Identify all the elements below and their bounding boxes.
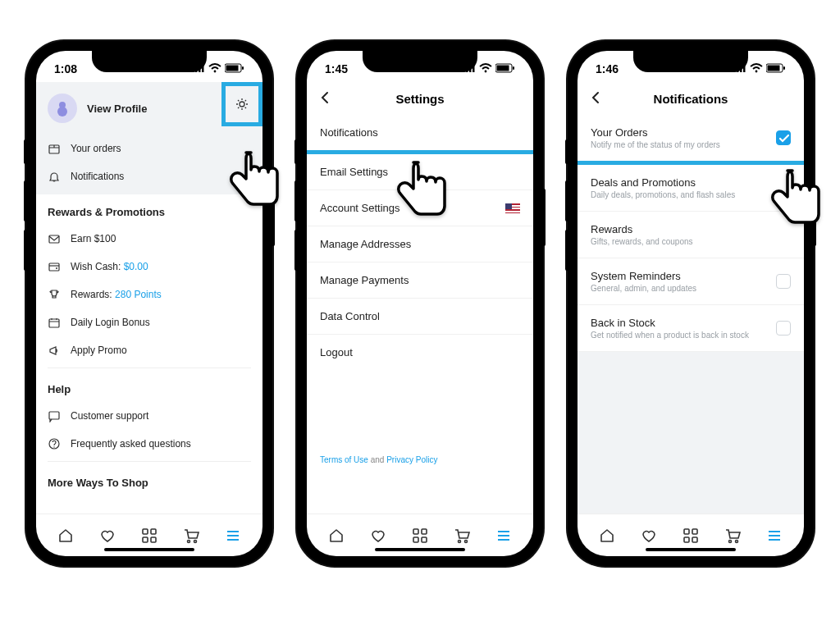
tab-categories[interactable]: [139, 526, 159, 546]
wifi-icon: [208, 62, 221, 75]
trophy-icon: [48, 288, 61, 301]
footer-links: Terms of Use and Privacy Policy: [307, 449, 533, 514]
row-label: Manage Addresses: [320, 238, 411, 250]
notch: [363, 51, 477, 72]
grid-icon: [141, 527, 158, 544]
settings-gear-button[interactable]: [221, 82, 262, 126]
row-label: System Reminders: [591, 270, 696, 282]
tab-menu[interactable]: [765, 526, 784, 546]
tab-cart[interactable]: [452, 526, 472, 546]
avatar: [48, 94, 77, 123]
battery-icon: [225, 62, 244, 75]
wifi-icon: [479, 62, 492, 75]
notch: [92, 51, 207, 72]
tab-home[interactable]: [326, 526, 346, 546]
page-title: Settings: [395, 92, 444, 106]
grid-icon: [412, 527, 428, 544]
help-customer-support[interactable]: Customer support: [36, 402, 262, 430]
tap-pointer-icon: [395, 156, 453, 221]
back-button[interactable]: [318, 90, 331, 107]
rewards-apply-promo[interactable]: Apply Promo: [36, 336, 262, 364]
row-label: Account Settings: [320, 202, 400, 214]
view-profile-row[interactable]: View Profile: [36, 82, 262, 135]
nav-header: Settings: [307, 82, 533, 115]
settings-logout[interactable]: Logout: [307, 335, 533, 370]
row-label: Customer support: [71, 410, 148, 422]
phone-frame-1: 1:08 View Profile Your orders: [26, 41, 272, 566]
notif-back-in-stock[interactable]: Back in StockGet notified when a product…: [578, 305, 804, 352]
row-label: Your Orders: [591, 126, 720, 139]
tab-wishlist[interactable]: [639, 526, 659, 546]
help-header: Help: [36, 372, 262, 402]
tab-home[interactable]: [597, 526, 617, 546]
tab-categories[interactable]: [410, 526, 430, 546]
row-label: Daily Login Bonus: [71, 317, 150, 328]
question-icon: [48, 437, 61, 450]
row-label: Back in Stock: [591, 317, 749, 329]
rewards-wishcash[interactable]: Wish Cash: $0.00: [36, 253, 262, 281]
chat-icon: [48, 409, 61, 422]
home-indicator[interactable]: [104, 548, 194, 551]
row-label: Notifications: [320, 126, 378, 139]
checkbox-off[interactable]: [776, 321, 791, 336]
divider: [48, 461, 251, 462]
settings-addresses[interactable]: Manage Addresses: [307, 226, 533, 262]
row-sub: Notify me of the status of my orders: [591, 140, 720, 149]
home-icon: [57, 527, 74, 544]
cart-icon: [183, 527, 199, 544]
wifi-icon: [750, 62, 763, 75]
heart-icon: [99, 527, 116, 544]
card-icon: [48, 260, 61, 273]
tab-categories[interactable]: [681, 526, 701, 546]
rewards-points[interactable]: Rewards: 280 Points: [36, 281, 262, 308]
status-time: 1:45: [325, 62, 348, 75]
battery-icon: [766, 62, 786, 75]
checkbox-off[interactable]: [776, 274, 791, 289]
home-indicator[interactable]: [646, 548, 736, 551]
row-label: Data Control: [320, 310, 380, 322]
row-label: Earn $100: [71, 233, 116, 244]
row-prefix: Wish Cash:: [71, 261, 124, 272]
menu-icon: [225, 527, 241, 544]
home-icon: [599, 527, 615, 544]
rewards-earn[interactable]: Earn $100: [36, 225, 262, 253]
privacy-link[interactable]: Privacy Policy: [386, 455, 437, 464]
rewards-daily-login[interactable]: Daily Login Bonus: [36, 308, 262, 336]
tab-cart[interactable]: [723, 526, 742, 546]
back-button[interactable]: [589, 90, 602, 107]
calendar-icon: [48, 316, 61, 329]
checkbox-on[interactable]: [776, 130, 791, 145]
tab-cart[interactable]: [181, 526, 201, 546]
divider: [48, 368, 251, 368]
row-label: Email Settings: [320, 166, 388, 178]
row-sub: Daily deals, promotions, and flash sales: [591, 190, 735, 199]
tab-menu[interactable]: [223, 526, 243, 546]
menu-icon: [766, 527, 783, 544]
cart-icon: [454, 527, 470, 544]
terms-link[interactable]: Terms of Use: [320, 455, 368, 464]
screen-3: 1:46 Notifications Your Orders Notify me…: [578, 51, 804, 556]
notif-your-orders[interactable]: Your Orders Notify me of the status of m…: [578, 115, 804, 165]
tab-wishlist[interactable]: [368, 526, 388, 546]
row-value: $0.00: [124, 261, 148, 272]
screen-1: 1:08 View Profile Your orders: [36, 51, 262, 556]
row-sub: Gifts, rewards, and coupons: [591, 237, 693, 246]
heart-icon: [641, 527, 657, 544]
tab-menu[interactable]: [494, 526, 514, 546]
back-icon: [589, 90, 602, 105]
back-icon: [318, 90, 331, 105]
tab-wishlist[interactable]: [98, 526, 117, 546]
notif-system[interactable]: System RemindersGeneral, admin, and upda…: [578, 258, 804, 305]
home-indicator[interactable]: [375, 548, 465, 551]
settings-payments[interactable]: Manage Payments: [307, 262, 533, 299]
tab-home[interactable]: [56, 526, 75, 546]
settings-notifications[interactable]: Notifications: [307, 115, 533, 154]
row-label: Frequently asked questions: [71, 438, 191, 450]
row-sub: General, admin, and updates: [591, 284, 696, 293]
phone-frame-3: 1:46 Notifications Your Orders Notify me…: [568, 41, 814, 566]
us-flag-icon: [505, 203, 520, 213]
and-text: and: [368, 455, 386, 464]
battery-icon: [495, 62, 515, 75]
help-faq[interactable]: Frequently asked questions: [36, 430, 262, 458]
settings-data-control[interactable]: Data Control: [307, 299, 533, 335]
